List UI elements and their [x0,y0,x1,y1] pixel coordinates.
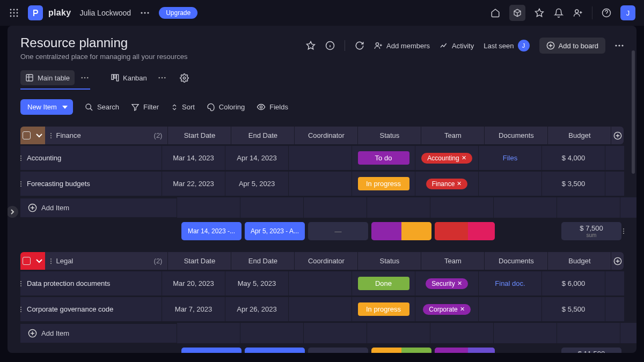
cell-start[interactable]: Mar 7, 2023 [162,297,225,321]
cell-start[interactable]: Mar 14, 2023 [162,146,225,170]
summary-end[interactable]: Apr 5, 2023 - A... [245,222,305,240]
cube-icon[interactable] [509,5,525,21]
col-team[interactable]: Team [421,252,484,270]
cell-team[interactable]: Accounting✕ [415,146,478,170]
cell-team[interactable]: Security✕ [415,271,478,295]
user-name[interactable]: Julia Lockwood [79,9,131,17]
cell-status[interactable]: In progress [352,172,415,196]
col-budget[interactable]: Budget [547,252,611,270]
table-row[interactable]: Corporate governance code Mar 7, 2023 Ap… [20,297,624,321]
col-coord[interactable]: Coordinator [294,252,357,270]
cell-coord[interactable] [288,172,352,196]
cell-end[interactable]: Apr 26, 2023 [225,297,288,321]
row-name[interactable]: Forecasting budgets [21,172,162,196]
col-budget[interactable]: Budget [547,127,611,144]
upgrade-button[interactable]: Upgrade [159,7,197,19]
cell-budget[interactable]: $ 5,500 [541,297,605,321]
tab-kanban[interactable]: Kanban [106,70,152,85]
tab-main-menu-icon[interactable] [78,73,92,82]
home-icon[interactable] [490,8,501,18]
coloring-button[interactable]: Coloring [207,103,245,112]
col-docs[interactable]: Documents [484,252,547,270]
row-name[interactable]: Accounting [21,146,162,170]
add-item-row[interactable]: Add Item [20,323,624,343]
cell-coord[interactable] [288,271,352,295]
star-icon[interactable] [534,8,545,18]
col-status[interactable]: Status [357,252,421,270]
group-name[interactable]: Finance(2) [45,127,167,144]
cell-docs[interactable] [478,297,541,321]
new-item-button[interactable]: New Item [20,99,73,115]
cell-docs[interactable] [478,172,541,196]
logo[interactable]: plaky [28,5,71,20]
add-column-icon[interactable] [611,252,624,270]
cell-status[interactable]: To do [352,146,415,170]
user-menu-dots-icon[interactable] [140,8,150,18]
cell-team[interactable]: Finance✕ [415,172,478,196]
col-end[interactable]: End Date [231,252,294,270]
cell-team[interactable]: Corporate✕ [415,297,478,321]
tab-kanban-menu-icon[interactable] [155,73,169,82]
filter-button[interactable]: Filter [131,103,159,112]
avatar[interactable]: J [620,5,635,20]
tab-main-table[interactable]: Main table [20,70,75,85]
cell-budget[interactable]: $ 6,000 [541,271,605,295]
refresh-icon[interactable] [355,41,364,50]
last-seen[interactable]: Last seenJ [484,40,529,51]
cell-coord[interactable] [288,297,352,321]
summary-start[interactable]: Mar 14, 2023 -... [181,222,241,240]
drag-handle-icon[interactable] [50,133,52,138]
sort-button[interactable]: Sort [171,103,195,111]
group-collapse-icon[interactable] [33,252,45,270]
apps-grid-icon[interactable] [9,8,19,18]
summary-start[interactable]: Mar 7, 2023 - ... [181,348,241,353]
add-user-icon[interactable] [573,8,583,18]
search-button[interactable]: Search [85,103,119,112]
summary-end[interactable]: Apr 26, 2023 - ... [245,348,305,353]
favorite-star-icon[interactable] [306,41,316,50]
table-row[interactable]: Forecasting budgets Mar 22, 2023 Apr 5, … [20,172,624,196]
sidebar-expand-handle[interactable] [8,206,18,218]
cell-status[interactable]: Done [352,271,415,295]
bell-icon[interactable] [553,8,564,18]
cell-start[interactable]: Mar 20, 2023 [162,271,225,295]
cell-status[interactable]: In progress [352,297,415,321]
col-start[interactable]: Start Date [167,127,231,144]
cell-start[interactable]: Mar 22, 2023 [162,172,225,196]
table-row[interactable]: Accounting Mar 14, 2023 Apr 14, 2023 To … [20,146,624,170]
col-status[interactable]: Status [357,127,421,144]
row-name[interactable]: Corporate governance code [21,297,162,321]
group-checkbox[interactable] [20,252,33,270]
group-checkbox[interactable] [20,127,33,144]
activity-button[interactable]: Activity [440,41,474,50]
summary-menu-icon[interactable] [623,222,624,240]
col-start[interactable]: Start Date [167,252,231,270]
col-coord[interactable]: Coordinator [294,127,357,144]
cell-end[interactable]: May 5, 2023 [225,271,288,295]
board-menu-dots-icon[interactable] [615,45,624,47]
col-docs[interactable]: Documents [484,127,547,144]
info-icon[interactable] [325,41,335,50]
view-settings-icon[interactable] [180,73,189,83]
cell-docs[interactable]: Final doc. [478,271,541,295]
col-team[interactable]: Team [421,127,484,144]
add-members-button[interactable]: Add members [374,41,430,50]
help-icon[interactable] [601,8,612,18]
col-end[interactable]: End Date [231,127,294,144]
cell-end[interactable]: Apr 14, 2023 [225,146,288,170]
scrollbar[interactable] [632,50,635,348]
summary-menu-icon[interactable] [623,348,624,353]
drag-handle-icon[interactable] [50,258,52,264]
cell-docs[interactable]: Files [478,146,541,170]
row-name[interactable]: Data protection documents [21,271,162,295]
add-to-board-button[interactable]: Add to board [539,38,605,54]
group-name[interactable]: Legal(2) [45,252,167,270]
fields-button[interactable]: Fields [257,102,288,112]
cell-budget[interactable]: $ 3,500 [541,172,605,196]
cell-coord[interactable] [288,146,352,170]
cell-end[interactable]: Apr 5, 2023 [225,172,288,196]
add-column-icon[interactable] [611,127,624,144]
group-collapse-icon[interactable] [33,127,45,144]
cell-budget[interactable]: $ 4,000 [541,146,605,170]
add-item-row[interactable]: Add Item [20,197,624,218]
